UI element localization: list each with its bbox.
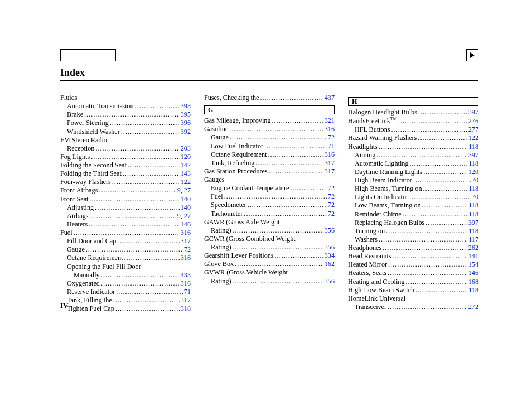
index-page-link[interactable]: 71 xyxy=(328,142,335,151)
index-entry-label: Fill Door and Cap xyxy=(60,237,116,245)
index-page-link[interactable]: 203 xyxy=(181,144,191,153)
index-page-link[interactable]: 146 xyxy=(468,269,478,277)
index-page-link[interactable]: 118 xyxy=(468,227,478,235)
index-page-link[interactable]: 70 xyxy=(472,193,478,201)
index-page-link[interactable]: 140 xyxy=(181,195,191,204)
index-page-link[interactable]: 118 xyxy=(468,286,478,294)
index-entry-label: Oxygenated xyxy=(60,279,100,288)
index-entry-label: Reminder Chime xyxy=(348,210,402,219)
index-entry: Automatic Lighting118 xyxy=(348,160,478,168)
index-page-link[interactable]: 317 xyxy=(325,167,335,176)
index-columns: FluidsAutomatic Transmission393Brake395P… xyxy=(60,94,478,313)
index-page-link[interactable]: 118 xyxy=(468,185,478,193)
index-page-link[interactable]: 392 xyxy=(181,128,191,136)
index-entry-label: Speedometer xyxy=(204,201,246,209)
leader-dots xyxy=(122,170,181,178)
index-entry-label: High-Low Beam Switch xyxy=(348,286,414,294)
index-page-link[interactable]: 118 xyxy=(468,143,478,151)
index-entry: Gasoline316 xyxy=(204,125,335,133)
index-page-link[interactable]: 356 xyxy=(325,243,335,252)
leader-dots xyxy=(229,133,328,142)
index-page-link[interactable]: 316 xyxy=(181,254,191,262)
index-page-link[interactable]: 9, 27 xyxy=(177,212,191,220)
index-page-link[interactable]: 71 xyxy=(184,288,191,296)
index-page-link[interactable]: 397 xyxy=(468,108,478,117)
index-page-link[interactable]: 272 xyxy=(468,303,478,311)
index-page-link[interactable]: 356 xyxy=(325,277,335,286)
index-entry: Halogen Headlight Bulbs397 xyxy=(348,108,478,117)
index-page-link[interactable]: 393 xyxy=(181,102,191,110)
index-page-link[interactable]: 140 xyxy=(181,204,191,212)
leader-dots xyxy=(231,243,325,252)
index-page-link[interactable]: 316 xyxy=(325,125,335,133)
index-entry-label: Fuel xyxy=(204,192,223,201)
index-entry-label: GCWR (Gross Combined Weight xyxy=(204,235,296,243)
index-entry-label: Octane Requirement xyxy=(204,151,267,159)
index-page-link[interactable]: 318 xyxy=(181,305,191,313)
index-page-link[interactable]: 146 xyxy=(181,220,191,229)
index-page-link[interactable]: 433 xyxy=(181,271,191,279)
index-page-link[interactable]: 321 xyxy=(325,117,335,125)
index-entry: Tachometer72 xyxy=(204,210,335,218)
index-page-link[interactable]: 277 xyxy=(468,125,478,134)
index-page-link[interactable]: 141 xyxy=(468,252,478,260)
index-page-link[interactable]: 142 xyxy=(181,161,191,170)
index-entry: High Beam Indicator70 xyxy=(348,176,478,185)
index-entry: Head Restraints141 xyxy=(348,252,478,260)
index-entry-label: Heating and Cooling xyxy=(348,278,405,286)
index-page-link[interactable]: 276 xyxy=(468,117,478,125)
index-page-link[interactable]: 118 xyxy=(468,201,478,210)
index-page-link[interactable]: 122 xyxy=(468,134,478,142)
index-page-link[interactable]: 118 xyxy=(468,160,478,168)
index-entry: Aiming397 xyxy=(348,151,478,160)
index-page-link[interactable]: 9, 27 xyxy=(177,186,191,195)
index-entry: Reception203 xyxy=(60,144,191,153)
index-page-link[interactable]: 154 xyxy=(468,260,478,269)
triangle-right-icon xyxy=(470,52,475,58)
index-entry: Replacing Halogen Bulbs397 xyxy=(348,219,478,227)
index-page-link[interactable]: 143 xyxy=(181,170,191,178)
next-page-button[interactable] xyxy=(466,49,478,61)
index-page-link[interactable]: 162 xyxy=(325,260,335,268)
index-page-link[interactable]: 317 xyxy=(325,159,335,167)
index-page-link[interactable]: 316 xyxy=(181,229,191,237)
leader-dots xyxy=(254,159,324,167)
index-page-link[interactable]: 72 xyxy=(328,210,335,218)
index-page-link[interactable]: 72 xyxy=(328,192,335,201)
leader-dots xyxy=(391,252,468,260)
index-entry-label: Adjusting xyxy=(60,204,94,212)
leader-dots xyxy=(268,167,325,176)
index-page-link[interactable]: 396 xyxy=(181,119,191,127)
index-page-link[interactable]: 437 xyxy=(325,94,335,102)
index-page-link[interactable]: 316 xyxy=(181,279,191,288)
index-page-link[interactable]: 317 xyxy=(181,296,191,305)
index-page-link[interactable]: 316 xyxy=(325,151,335,159)
index-page-link[interactable]: 168 xyxy=(468,278,478,286)
index-entry: Opening the Fuel Fill Door xyxy=(60,263,191,271)
index-entry-label: Low Fuel Indicator xyxy=(204,142,263,151)
leader-dots xyxy=(234,260,325,268)
index-entry: Airbags9, 27 xyxy=(60,212,191,220)
index-page-link[interactable]: 395 xyxy=(181,110,191,119)
index-page-link[interactable]: 72 xyxy=(328,133,335,142)
index-page-link[interactable]: 120 xyxy=(181,153,191,161)
index-page-link[interactable]: 118 xyxy=(468,210,478,219)
index-entry-label: Gas Station Procedures xyxy=(204,167,268,176)
index-page-link[interactable]: 397 xyxy=(468,151,478,160)
index-page-link[interactable]: 262 xyxy=(468,244,478,252)
index-page-link[interactable]: 70 xyxy=(472,176,478,185)
index-page-link[interactable]: 397 xyxy=(468,219,478,227)
index-page-link[interactable]: 72 xyxy=(328,184,335,192)
leader-dots xyxy=(134,102,181,110)
leader-dots xyxy=(72,229,181,237)
index-page-link[interactable]: 334 xyxy=(325,252,335,260)
index-page-link[interactable]: 317 xyxy=(181,237,191,245)
index-section-header-g: G xyxy=(204,105,335,114)
index-page-link[interactable]: 72 xyxy=(328,201,335,209)
index-page-link[interactable]: 356 xyxy=(325,226,335,235)
index-page-link[interactable]: 120 xyxy=(468,168,478,176)
index-page-link[interactable]: 117 xyxy=(468,235,478,244)
index-page-link[interactable]: 122 xyxy=(181,178,191,186)
index-page-link[interactable]: 72 xyxy=(184,245,191,254)
index-entry: Glove Box162 xyxy=(204,260,335,268)
